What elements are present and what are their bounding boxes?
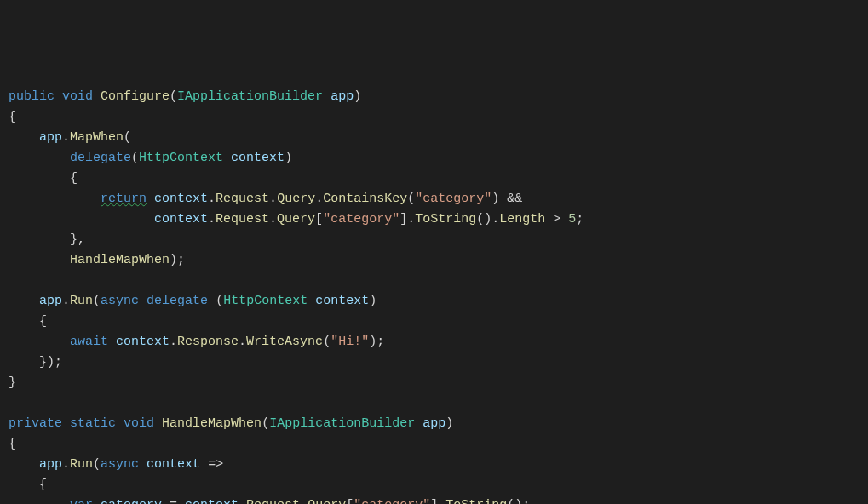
- code-line: {: [9, 110, 16, 124]
- operator: =>: [200, 457, 223, 472]
- param: context: [147, 457, 200, 472]
- property: Query: [308, 498, 346, 504]
- brace: }: [9, 375, 16, 390]
- punct: ): [445, 416, 453, 431]
- property: Request: [216, 192, 269, 206]
- punct: .: [62, 294, 70, 308]
- param: context: [315, 294, 369, 308]
- string-literal: "category": [415, 192, 491, 206]
- code-line: },: [9, 232, 85, 247]
- number-literal: 5: [568, 212, 576, 226]
- punct: ;: [522, 498, 530, 504]
- string-literal: "Hi!": [331, 335, 369, 349]
- operator: >: [545, 212, 568, 226]
- punct: ): [285, 151, 292, 165]
- type-name: IApplicationBuilder: [177, 89, 323, 104]
- method-call: Run: [70, 457, 93, 472]
- variable: app: [39, 457, 62, 472]
- type-name: HttpContext: [139, 151, 223, 165]
- punct: (): [507, 498, 522, 504]
- punct: ): [354, 89, 361, 104]
- code-line: app.Run(async context =>: [9, 457, 223, 472]
- string-literal: "category": [354, 498, 430, 504]
- method-name: Configure: [101, 89, 170, 104]
- punct: .: [269, 192, 277, 206]
- method-call: ToString: [445, 498, 507, 504]
- punct: [: [346, 498, 354, 504]
- punct: (: [93, 457, 101, 472]
- param: app: [331, 89, 354, 104]
- punct: .: [170, 335, 177, 349]
- property: Query: [277, 212, 315, 226]
- type-name: HttpContext: [223, 294, 308, 308]
- code-line: HandleMapWhen);: [9, 253, 185, 267]
- property: Query: [277, 192, 315, 206]
- code-line: [9, 273, 16, 288]
- method-call: ToString: [415, 212, 476, 226]
- variable: context: [185, 498, 239, 504]
- code-line: });: [9, 355, 62, 369]
- code-line: {: [9, 478, 47, 492]
- code-line: return context.Request.Query.ContainsKey…: [9, 192, 522, 206]
- method-name: HandleMapWhen: [162, 416, 262, 431]
- brace: {: [70, 171, 78, 186]
- punct: .: [407, 212, 415, 226]
- keyword-private: private: [9, 416, 62, 431]
- punct: (: [131, 151, 139, 165]
- property: Response: [177, 335, 239, 349]
- param: context: [231, 151, 285, 165]
- keyword-var: var: [70, 498, 93, 504]
- brace: }: [70, 232, 78, 247]
- punct: .: [491, 212, 499, 226]
- keyword-async: async: [101, 457, 139, 472]
- keyword-public: public: [9, 89, 55, 104]
- param: app: [423, 416, 445, 431]
- keyword-static: static: [70, 416, 116, 431]
- method-ref: HandleMapWhen: [70, 253, 170, 267]
- code-line: delegate(HttpContext context): [9, 151, 292, 165]
- code-line: [9, 396, 16, 410]
- keyword-delegate: delegate: [147, 294, 208, 308]
- punct: (: [124, 130, 131, 145]
- code-editor[interactable]: public void Configure(IApplicationBuilde…: [9, 87, 859, 504]
- punct: .: [62, 457, 70, 472]
- brace: }: [39, 355, 47, 369]
- code-line: }: [9, 375, 16, 390]
- punct: ;: [55, 355, 62, 369]
- punct: .: [62, 130, 70, 145]
- property: Request: [216, 212, 269, 226]
- punct: ): [47, 355, 55, 369]
- punct: ,: [78, 232, 85, 247]
- method-call: ContainsKey: [323, 192, 407, 206]
- code-line: private static void HandleMapWhen(IAppli…: [9, 416, 453, 431]
- code-line: context.Request.Query["category"].ToStri…: [9, 212, 583, 226]
- punct: [: [315, 212, 323, 226]
- punct: (: [93, 294, 101, 308]
- variable: category: [101, 498, 162, 504]
- punct: .: [208, 192, 216, 206]
- punct: .: [239, 335, 246, 349]
- punct: .: [208, 212, 216, 226]
- punct: .: [300, 498, 308, 504]
- code-line: public void Configure(IApplicationBuilde…: [9, 89, 361, 104]
- method-call: WriteAsync: [246, 335, 323, 349]
- brace: {: [39, 314, 47, 329]
- type-name: IApplicationBuilder: [269, 416, 415, 431]
- method-call: Run: [70, 294, 93, 308]
- punct: .: [269, 212, 277, 226]
- punct: ]: [430, 498, 438, 504]
- punct: ): [170, 253, 177, 267]
- punct: (: [323, 335, 331, 349]
- code-line: {: [9, 314, 47, 329]
- punct: ;: [177, 253, 185, 267]
- property: Length: [499, 212, 545, 226]
- brace: {: [39, 478, 47, 492]
- keyword-async: async: [101, 294, 139, 308]
- variable: app: [39, 130, 62, 145]
- punct: (: [262, 416, 269, 431]
- code-line: var category = context.Request.Query["ca…: [9, 498, 530, 504]
- punct: ]: [400, 212, 407, 226]
- operator: &&: [499, 192, 522, 206]
- code-line: await context.Response.WriteAsync("Hi!")…: [9, 335, 384, 349]
- keyword-await: await: [70, 335, 108, 349]
